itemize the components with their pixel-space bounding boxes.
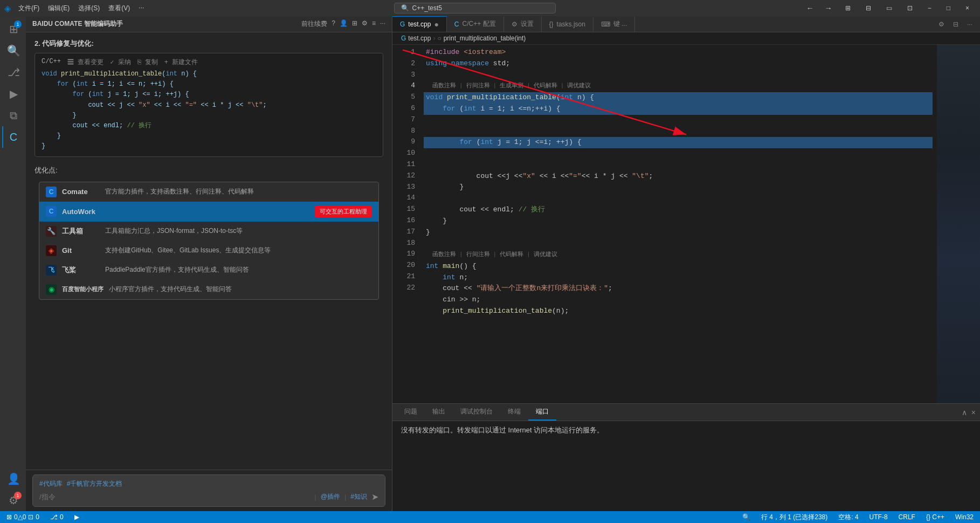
toolbar2-optimize[interactable]: 调优建议: [534, 250, 557, 260]
accept-btn[interactable]: ✓ 采纳: [110, 58, 130, 67]
miniprogram-name: 百度智能小程序: [62, 285, 103, 293]
plugin-autowork[interactable]: C AutoWork 可交互的工程助理: [39, 202, 378, 222]
tab-ports[interactable]: 端口: [528, 404, 556, 421]
panel-collapse-icon[interactable]: ∧: [962, 408, 967, 417]
section-title: 代码修复与优化:: [42, 39, 93, 47]
nav-back-button[interactable]: ←: [802, 2, 818, 15]
tab-test-cpp[interactable]: G test.cpp ●: [392, 16, 447, 32]
editor-line-16: }: [424, 227, 933, 238]
status-run-debug[interactable]: ▶: [72, 513, 81, 521]
status-search[interactable]: 🔍: [740, 513, 753, 521]
code-line-8: }: [42, 141, 376, 152]
send-button[interactable]: ➤: [371, 492, 378, 502]
plugin-comate[interactable]: C Comate 官方能力插件，支持函数注释、行间注释、代码解释: [39, 182, 378, 202]
status-position[interactable]: 行 4，列 1 (已选择238): [759, 513, 830, 522]
status-encoding[interactable]: UTF-8: [867, 513, 890, 521]
copy-btn[interactable]: ⎘ 复制: [137, 58, 158, 67]
tab-output[interactable]: 输出: [425, 404, 453, 421]
account-icon[interactable]: 👤: [340, 19, 348, 29]
search-text: C++_test5: [412, 4, 442, 12]
status-sync[interactable]: ⎇ 0: [48, 513, 66, 521]
hash-knowledge-tag[interactable]: #知识: [350, 492, 367, 501]
tab-settings-action[interactable]: ⚙: [935, 19, 948, 29]
line-numbers: 1 2 3 4 5 6 7 8 9 10 11 12 13 14 15 16 1: [392, 45, 419, 403]
toolbar-gen-test[interactable]: 生成单测: [500, 81, 523, 91]
menu-selection[interactable]: 选择(S): [75, 3, 103, 14]
tab-debug-console[interactable]: 调试控制台: [453, 404, 500, 421]
renew-link[interactable]: 前往续费: [301, 19, 327, 29]
menu-more[interactable]: ···: [135, 3, 147, 14]
status-language[interactable]: {} C++: [924, 513, 947, 521]
tab-more-action[interactable]: ···: [964, 19, 976, 29]
activity-run[interactable]: ▶: [2, 83, 24, 105]
plugin-miniprogram[interactable]: ◉ 百度智能小程序 小程序官方插件，支持代码生成、智能问答: [39, 280, 378, 299]
tag-docs[interactable]: #千帆官方开发文档: [67, 479, 122, 488]
activity-settings[interactable]: ⚙ 1: [2, 490, 24, 511]
title-search-box[interactable]: 🔍 C++_test5: [394, 3, 556, 13]
tab-layout-action[interactable]: ⊟: [950, 19, 962, 29]
code-block-actions: C/C++ ☰ 查看变更 ✓ 采纳 ⎘ 复制 + 新建文件: [42, 58, 376, 67]
activity-extensions[interactable]: ⧉: [2, 105, 24, 126]
tab-cpp-config[interactable]: C C/C++ 配置: [447, 16, 504, 32]
tab-keyboard[interactable]: ⌨ 键 ...: [593, 16, 635, 32]
new-file-btn[interactable]: + 新建文件: [164, 58, 198, 67]
toolbar2-func-comment[interactable]: 函数注释: [432, 250, 456, 260]
chat-input[interactable]: [39, 493, 310, 501]
breadcrumb-file[interactable]: test.cpp: [408, 35, 431, 42]
main-layout: ⊞ 1 🔍 ⎇ ▶ ⧉ C 👤 ⚙ 1 BAIDU COMATE 智能编码助手 …: [0, 16, 980, 511]
status-eol[interactable]: CRLF: [896, 513, 917, 521]
tab-problems[interactable]: 问题: [397, 404, 425, 421]
at-plugin-tag[interactable]: @插件: [321, 492, 340, 501]
layout3-button[interactable]: ▭: [880, 2, 899, 14]
toolbar-line-comment[interactable]: 行间注释: [466, 81, 490, 91]
tab-keyboard-icon: ⌨: [601, 20, 610, 28]
status-spaces[interactable]: 空格: 4: [836, 513, 860, 522]
minimize-button[interactable]: −: [921, 2, 938, 14]
menu-view[interactable]: 查看(V): [105, 3, 133, 14]
nav-forward-button[interactable]: →: [820, 2, 837, 15]
tag-coderepo[interactable]: #代码库: [39, 479, 63, 488]
toolbar-code-explain[interactable]: 代码解释: [534, 81, 557, 91]
plugin-git[interactable]: ◈ Git 支持创建GitHub、Gitee、GitLab Issues、生成提…: [39, 241, 378, 260]
editor-line-2: using namespace std;: [424, 58, 933, 70]
tab-terminal[interactable]: 终端: [500, 404, 528, 421]
activity-search[interactable]: 🔍: [2, 40, 24, 61]
menu-icon[interactable]: ≡: [372, 19, 376, 29]
tab-cpp-config-icon: C: [454, 20, 459, 28]
layout1-button[interactable]: ⊞: [839, 2, 857, 14]
code-line-2: for (int i = 1; i <= n; ++i) {: [42, 79, 376, 90]
status-remote[interactable]: ⊠ 0△0 ⊡ 0: [4, 513, 42, 521]
breadcrumb-symbol[interactable]: print_multiplication_table(int): [444, 35, 526, 42]
layout2-button[interactable]: ⊟: [859, 2, 878, 14]
view-changes-btn[interactable]: ☰ 查看变更: [67, 58, 103, 67]
more-icon[interactable]: ···: [380, 19, 385, 29]
tab-tasks-json[interactable]: {} tasks.json: [542, 17, 593, 31]
autowork-badge: 可交互的工程助理: [315, 206, 372, 217]
activity-explorer[interactable]: ⊞ 1: [2, 18, 24, 40]
tab-settings[interactable]: ⚙ 设置: [504, 16, 542, 32]
layout-icon[interactable]: ⊞: [352, 19, 357, 29]
toolbar-optimize[interactable]: 调优建议: [567, 81, 591, 91]
activity-git[interactable]: ⎇: [2, 61, 24, 83]
tab-tasks-json-label: tasks.json: [557, 20, 585, 28]
plugin-paddle[interactable]: 飞 飞桨 PaddlePaddle官方插件，支持代码生成、智能问答: [39, 260, 378, 280]
help-icon[interactable]: ?: [332, 19, 335, 29]
tab-settings-icon: ⚙: [512, 20, 517, 28]
plugin-tools[interactable]: 🔧 工具箱 工具箱能力汇总，JSON-format，JSON-to-tsc等: [39, 222, 378, 241]
status-platform[interactable]: Win32: [953, 513, 976, 521]
paddle-icon: 飞: [46, 265, 57, 276]
toolbar-func-comment[interactable]: 函数注释: [432, 81, 456, 91]
settings-gear-icon[interactable]: ⚙: [362, 19, 368, 29]
code-line-6: cout << endl; // 换行: [42, 121, 376, 131]
close-button[interactable]: ×: [959, 2, 976, 14]
comate-icon: C: [46, 187, 57, 197]
layout4-button[interactable]: ⊡: [901, 2, 919, 14]
activity-comate[interactable]: C: [2, 126, 24, 148]
toolbar2-line-comment[interactable]: 行间注释: [466, 250, 490, 260]
menu-file[interactable]: 文件(F): [15, 3, 43, 14]
menu-edit[interactable]: 编辑(E): [45, 3, 73, 14]
activity-account[interactable]: 👤: [2, 468, 24, 490]
toolbar2-code-explain[interactable]: 代码解释: [500, 250, 523, 260]
panel-close-icon[interactable]: ×: [971, 408, 976, 417]
restore-button[interactable]: □: [940, 2, 957, 14]
